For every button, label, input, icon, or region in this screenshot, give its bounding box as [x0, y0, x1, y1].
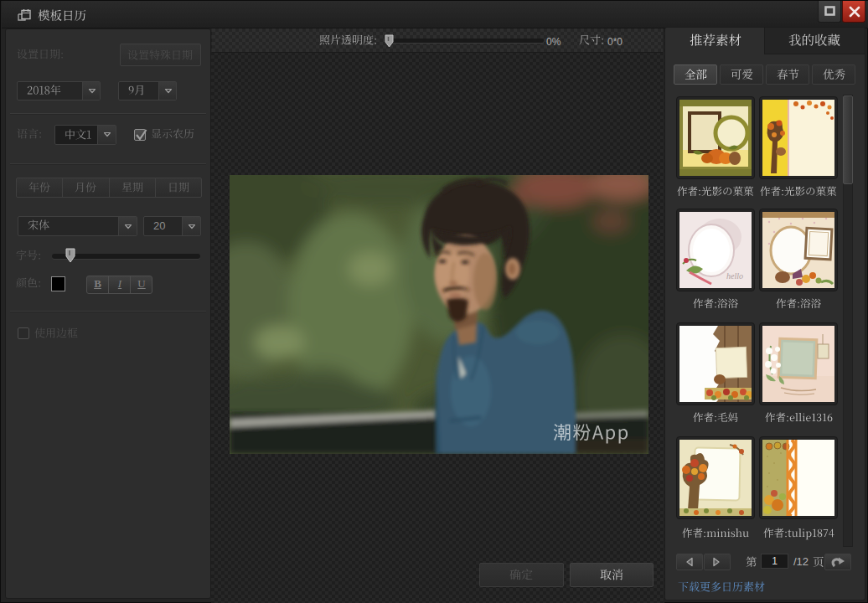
svg-text:hello: hello	[726, 271, 743, 281]
